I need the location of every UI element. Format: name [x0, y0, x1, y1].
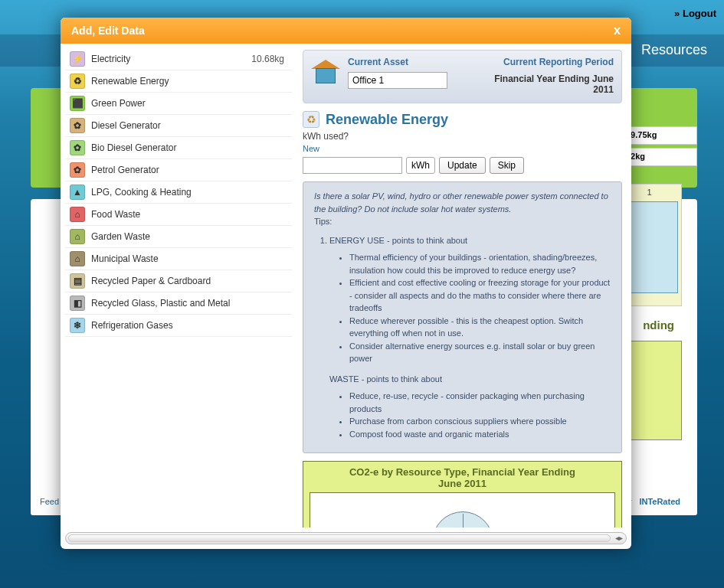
tips-intro: Is there a solar PV, wind, hydro or othe… [314, 190, 611, 215]
category-item[interactable]: ◧Recycled Glass, Plastic and Metal [65, 292, 292, 315]
current-asset-label: Current Asset [348, 57, 477, 67]
pie-chart [310, 492, 615, 528]
category-item[interactable]: ⬛Green Power [65, 93, 292, 115]
category-icon: ♻ [70, 74, 85, 89]
category-label: Recycled Paper & Cardboard [91, 276, 287, 286]
category-label: Garden Waste [91, 231, 287, 242]
update-button[interactable]: Update [439, 157, 486, 174]
category-label: Recycled Glass, Plastic and Metal [91, 298, 287, 309]
category-icon: ◧ [70, 296, 85, 311]
unit-label: kWh [406, 157, 435, 174]
category-icon: ⌂ [70, 251, 85, 266]
logout-link[interactable]: » Logout [674, 8, 716, 19]
chart-box: CO2-e by Resource Type, Financial Year E… [303, 461, 622, 528]
category-list: ⚡Electricity10.68kg♻Renewable Energy⬛Gre… [65, 48, 295, 528]
tip-bullet: Reduce wherever possible - this is the c… [349, 315, 611, 340]
tip-bullet: Reduce, re-use, recycle - consider packa… [349, 390, 611, 415]
category-icon: ▤ [70, 273, 85, 289]
category-label: Bio Diesel Generator [91, 142, 287, 153]
bg-text-fragment: nding [643, 318, 674, 332]
category-label: Electricity [91, 54, 251, 64]
category-icon: ✿ [70, 162, 85, 178]
chart-title: CO2-e by Resource Type, Financial Year E… [305, 465, 620, 492]
modal-header: Add, Edit Data x [61, 18, 631, 44]
section-title: Renewable Energy [326, 112, 448, 128]
category-item[interactable]: ✿Diesel Generator [65, 115, 292, 137]
category-icon: ✿ [70, 118, 85, 133]
category-label: Renewable Energy [91, 76, 287, 87]
reporting-period-label: Current Reporting Period [485, 57, 614, 67]
category-icon: ⌂ [70, 207, 85, 222]
bg-value-cell: 12kg [621, 148, 697, 166]
tips-box: Is there a solar PV, wind, hydro or othe… [303, 181, 622, 453]
resources-tab[interactable]: Resources [641, 42, 707, 58]
reporting-period-value: Financial Year Ending June 2011 [485, 74, 614, 95]
question-label: kWh used? [303, 131, 622, 142]
category-icon: ⬛ [70, 96, 85, 111]
category-icon: ⌂ [70, 229, 85, 244]
tip-bullet: Thermal efficiency of your buildings - o… [349, 251, 611, 276]
category-label: Refrigeration Gases [91, 320, 287, 331]
category-label: Petrol Generator [91, 165, 287, 175]
tips-energy-head: ENERGY USE - points to think about [329, 236, 467, 245]
tip-bullet: Compost food waste and organic materials [349, 428, 611, 441]
asset-input[interactable] [348, 72, 447, 89]
tips-waste-head: WASTE - points to think about [329, 373, 611, 386]
category-item[interactable]: ▲LPG, Cooking & Heating [65, 181, 292, 204]
category-item[interactable]: ⌂Food Waste [65, 204, 292, 226]
category-label: Municipal Waste [91, 253, 287, 264]
category-item[interactable]: ✿Petrol Generator [65, 159, 292, 181]
category-item[interactable]: ✿Bio Diesel Generator [65, 137, 292, 159]
category-icon: ⚡ [70, 51, 85, 67]
detail-pane: Current Asset Current Reporting Period F… [295, 48, 627, 528]
close-icon[interactable]: x [614, 24, 621, 37]
horizontal-scrollbar[interactable]: ◂▸ [65, 532, 627, 544]
category-item[interactable]: ⌂Garden Waste [65, 226, 292, 248]
category-item[interactable]: ♻Renewable Energy [65, 70, 292, 93]
modal-dialog: Add, Edit Data x ⚡Electricity10.68kg♻Ren… [61, 18, 631, 549]
modal-title: Add, Edit Data [71, 24, 145, 37]
category-item[interactable]: ⚡Electricity10.68kg [65, 48, 292, 70]
category-label: Food Waste [91, 209, 287, 220]
category-item[interactable]: ▤Recycled Paper & Cardboard [65, 270, 292, 292]
tip-bullet: Consider alternative energy sources e.g.… [349, 340, 611, 365]
building-icon [311, 60, 340, 86]
bg-value-cell: 39.75kg [621, 126, 697, 145]
asset-box: Current Asset Current Reporting Period F… [303, 50, 622, 103]
kwh-input[interactable] [303, 157, 402, 174]
tips-label: Tips: [314, 215, 611, 228]
tip-bullet: Efficient and cost effective cooling or … [349, 276, 611, 315]
tip-bullet: Purchase from carbon conscious suppliers… [349, 415, 611, 428]
category-icon: ✿ [70, 140, 85, 155]
new-link[interactable]: New [303, 144, 319, 153]
category-label: Diesel Generator [91, 120, 287, 131]
skip-button[interactable]: Skip [490, 157, 524, 174]
category-label: LPG, Cooking & Heating [91, 187, 287, 198]
category-label: Green Power [91, 98, 287, 109]
recycle-icon: ♻ [303, 111, 319, 128]
category-value: 10.68kg [251, 54, 284, 64]
category-icon: ❄ [70, 318, 85, 333]
category-item[interactable]: ⌂Municipal Waste [65, 248, 292, 270]
category-icon: ▲ [70, 185, 85, 200]
category-item[interactable]: ❄Refrigeration Gases [65, 315, 292, 337]
